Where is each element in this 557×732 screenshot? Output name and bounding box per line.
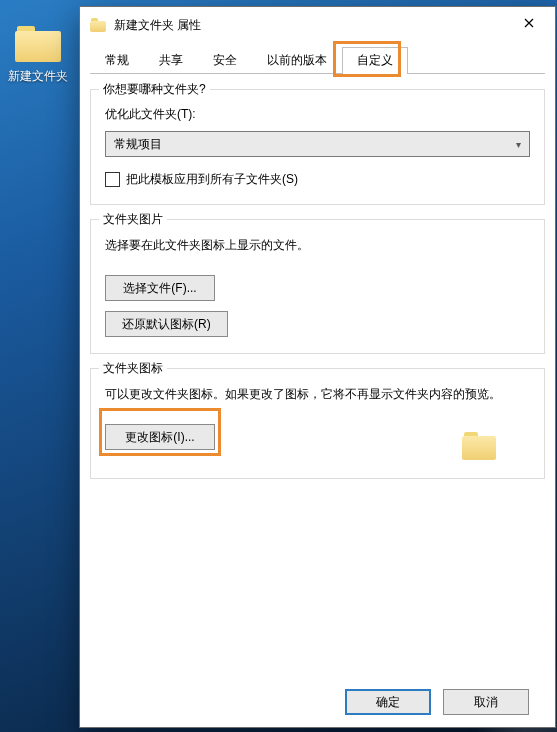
optimize-label: 优化此文件夹(T): (105, 106, 530, 123)
chevron-down-icon: ▾ (516, 139, 521, 150)
folder-icon (462, 432, 496, 460)
titlebar: 新建文件夹 属性 (80, 7, 555, 39)
folder-icon-desc: 可以更改文件夹图标。如果更改了图标，它将不再显示文件夹内容的预览。 (105, 385, 530, 404)
folder-icon-preview (462, 432, 496, 460)
restore-default-icon-button[interactable]: 还原默认图标(R) (105, 311, 228, 337)
group-title-folder-type: 你想要哪种文件夹? (99, 81, 210, 98)
tab-previous-versions[interactable]: 以前的版本 (252, 47, 342, 74)
group-title-folder-icon: 文件夹图标 (99, 360, 167, 377)
group-folder-icon: 文件夹图标 可以更改文件夹图标。如果更改了图标，它将不再显示文件夹内容的预览。 … (90, 368, 545, 479)
dialog-title: 新建文件夹 属性 (114, 17, 507, 34)
desktop-background: 新建文件夹 新建文件夹 属性 常规 共享 安全 以前的版本 自定义 你想要哪种文 (0, 0, 557, 732)
properties-dialog: 新建文件夹 属性 常规 共享 安全 以前的版本 自定义 你想要哪种文件夹? 优化… (79, 6, 556, 728)
apply-subfolders-checkbox[interactable]: 把此模板应用到所有子文件夹(S) (105, 171, 530, 188)
folder-picture-desc: 选择要在此文件夹图标上显示的文件。 (105, 236, 530, 255)
group-title-folder-picture: 文件夹图片 (99, 211, 167, 228)
folder-icon (15, 26, 61, 62)
tab-bar: 常规 共享 安全 以前的版本 自定义 (90, 45, 545, 74)
apply-subfolders-label: 把此模板应用到所有子文件夹(S) (126, 171, 298, 188)
tab-sharing[interactable]: 共享 (144, 47, 198, 74)
annotation-highlight-change-icon: 更改图标(I)... (105, 414, 215, 450)
titlebar-folder-icon (90, 18, 106, 32)
choose-file-button[interactable]: 选择文件(F)... (105, 275, 215, 301)
cancel-button[interactable]: 取消 (443, 689, 529, 715)
close-icon (524, 18, 534, 28)
group-folder-picture: 文件夹图片 选择要在此文件夹图标上显示的文件。 选择文件(F)... 还原默认图… (90, 219, 545, 354)
desktop-folder-icon[interactable]: 新建文件夹 (6, 26, 70, 85)
group-folder-type: 你想要哪种文件夹? 优化此文件夹(T): 常规项目 ▾ 把此模板应用到所有子文件… (90, 89, 545, 205)
optimize-select-value: 常规项目 (114, 136, 162, 153)
change-icon-button[interactable]: 更改图标(I)... (105, 424, 215, 450)
ok-button[interactable]: 确定 (345, 689, 431, 715)
folder-icon (90, 18, 106, 32)
tab-general[interactable]: 常规 (90, 47, 144, 74)
optimize-select[interactable]: 常规项目 ▾ (105, 131, 530, 157)
close-button[interactable] (507, 10, 551, 36)
dialog-body: 你想要哪种文件夹? 优化此文件夹(T): 常规项目 ▾ 把此模板应用到所有子文件… (90, 75, 545, 667)
checkbox-icon (105, 172, 120, 187)
dialog-footer: 确定 取消 (80, 689, 555, 715)
desktop-folder-label: 新建文件夹 (6, 68, 70, 85)
tab-customize[interactable]: 自定义 (342, 47, 408, 74)
tab-security[interactable]: 安全 (198, 47, 252, 74)
